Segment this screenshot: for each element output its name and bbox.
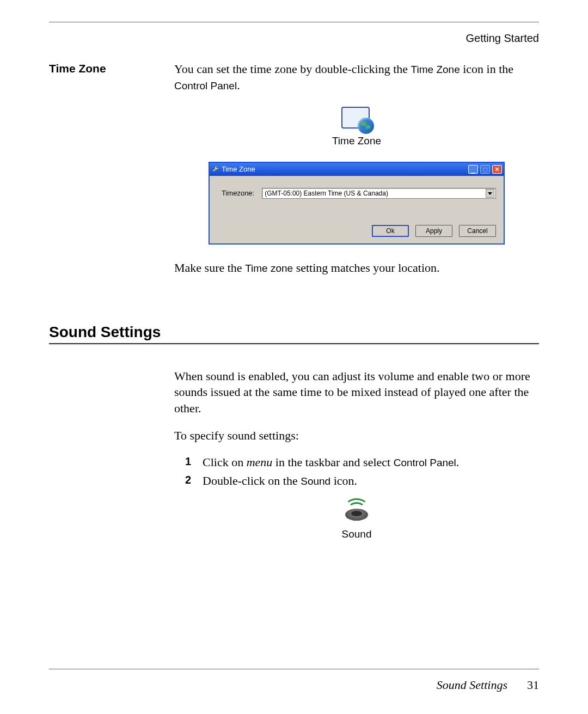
section-heading-sound: Sound Settings <box>49 324 539 341</box>
step1-post: . <box>456 455 460 469</box>
tz-note-code: Time zone <box>245 263 293 274</box>
running-header: Getting Started <box>49 32 539 45</box>
footer: Sound Settings31 <box>49 669 539 692</box>
tz-note-post: setting matches your location. <box>293 261 439 274</box>
tz-intro-post: . <box>237 78 240 92</box>
timezone-icon <box>341 107 372 131</box>
step2-pre: Double-click on the <box>203 474 301 487</box>
step-number: 1 <box>185 454 195 471</box>
tz-intro-code2: Control Panel <box>174 80 237 91</box>
footer-section: Sound Settings <box>437 678 507 692</box>
sound-icon-label: Sound <box>324 527 389 541</box>
step1-em: menu <box>247 455 273 469</box>
tz-intro-code1: Time Zone <box>411 64 460 75</box>
sound-icon-block: Sound <box>324 499 389 541</box>
timezone-icon-label: Time Zone <box>324 134 389 148</box>
timezone-field-label: Timezone: <box>222 188 254 198</box>
cancel-button[interactable]: Cancel <box>459 225 496 237</box>
section-rule <box>49 343 539 345</box>
close-button[interactable]: × <box>492 165 502 174</box>
sound-icon <box>344 499 369 524</box>
timezone-icon-block: Time Zone <box>324 107 389 148</box>
timezone-select[interactable]: (GMT-05:00) Eastern Time (US & Canada) <box>262 188 496 199</box>
tz-note-pre: Make sure the <box>174 261 245 274</box>
margin-heading-timezone: Time Zone <box>49 61 158 288</box>
step1-code: Control Panel <box>394 457 456 468</box>
step-number: 2 <box>185 473 195 489</box>
wrench-icon <box>212 166 219 173</box>
apply-button[interactable]: Apply <box>415 225 452 237</box>
ok-button[interactable]: Ok <box>372 225 409 237</box>
sound-intro: When sound is enabled, you can adjust it… <box>174 368 539 417</box>
step1-pre: Click on <box>203 455 247 469</box>
page-number: 31 <box>527 678 539 692</box>
tz-intro-mid: icon in the <box>460 62 513 76</box>
timezone-selected-value: (GMT-05:00) Eastern Time (US & Canada) <box>264 189 388 198</box>
maximize-button: ◻ <box>480 165 490 174</box>
header-rule <box>49 22 539 22</box>
step-item: 1 Click on menu in the taskbar and selec… <box>185 454 539 471</box>
minimize-button[interactable]: _ <box>468 165 478 174</box>
window-title: Time Zone <box>222 164 466 174</box>
timezone-body: You can set the time zone by double-clic… <box>174 61 539 288</box>
chevron-down-icon[interactable] <box>486 189 494 198</box>
titlebar[interactable]: Time Zone _ ◻ × <box>210 163 504 176</box>
step-item: 2 Double-click on the Sound icon. <box>185 473 539 489</box>
step1-mid: in the taskbar and select <box>272 455 393 469</box>
timezone-window: Time Zone _ ◻ × Timezone: (GMT-05:00) Ea… <box>209 162 505 245</box>
step2-code: Sound <box>301 475 330 487</box>
step2-post: icon. <box>330 474 357 487</box>
sound-lead: To specify sound settings: <box>174 428 539 444</box>
tz-intro-pre: You can set the time zone by double-clic… <box>174 62 411 76</box>
